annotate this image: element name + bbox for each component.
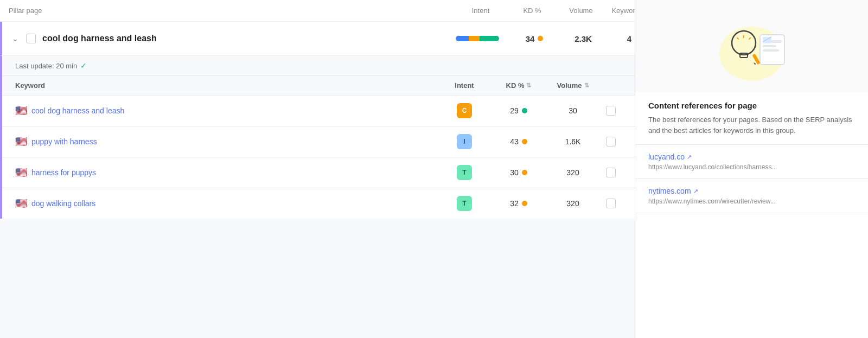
keyword-intent-cell: T	[437, 165, 492, 180]
sub-table-wrapper: Last update: 20 min ✓ Keyword Intent KD …	[0, 56, 635, 219]
main-panel: Pillar page Intent KD % Volume Keywords …	[0, 0, 635, 338]
pillar-kd-value: 34	[526, 34, 535, 43]
pillar-kd-cell: 34	[510, 34, 559, 43]
kd-dot	[522, 139, 527, 144]
intent-column-header: Intent	[454, 7, 508, 15]
pillar-row: ⌄ cool dog harness and leash 34 2.3K 4	[0, 22, 635, 56]
table-row: 🇺🇸 harness for puppys T 30 320	[2, 157, 635, 188]
sidebar-content: Content references for page The best ref…	[635, 92, 868, 145]
pillar-title: cool dog harness and leash	[42, 34, 157, 43]
check-icon: ✓	[80, 61, 87, 70]
external-link-icon: ↗	[687, 154, 692, 161]
keyword-volume-cell: 320	[546, 199, 600, 208]
table-row: 🇺🇸 puppy with harness I 43 1.6K	[2, 126, 635, 157]
kd-filter-icon[interactable]: ⇅	[526, 82, 531, 89]
svg-rect-9	[763, 45, 776, 47]
intent-seg-yellow	[469, 36, 480, 41]
row-checkbox[interactable]	[606, 137, 616, 146]
kd-value: 30	[510, 168, 519, 177]
keyword-intent-cell: C	[437, 103, 492, 118]
flag-icon: 🇺🇸	[15, 167, 27, 178]
reference-url: https://www.nytimes.com/wirecutter/revie…	[648, 197, 855, 205]
keyword-kd-cell: 43	[492, 137, 546, 146]
domain-text: lucyand.co	[648, 152, 685, 161]
keyword-name-cell: 🇺🇸 puppy with harness	[15, 136, 437, 148]
keyword-volume-cell: 30	[546, 106, 600, 115]
last-update-text: Last update: 20 min	[15, 62, 77, 70]
keyword-kd-cell: 29	[492, 106, 546, 115]
volume-column-header: Volume	[557, 7, 605, 15]
keyword-link[interactable]: cool dog harness and leash	[31, 106, 124, 115]
flag-icon: 🇺🇸	[15, 105, 27, 117]
sidebar-references: lucyand.co ↗ https://www.lucyand.co/coll…	[635, 145, 868, 213]
header-cols: Pillar page Intent KD % Volume Keywords	[9, 7, 622, 15]
external-link-icon: ↗	[693, 188, 698, 195]
reference-domain[interactable]: lucyand.co ↗	[648, 152, 855, 161]
intent-seg-blue	[456, 36, 469, 41]
keyword-action-cell	[600, 199, 622, 208]
keyword-kd-cell: 32	[492, 199, 546, 208]
last-update-bar: Last update: 20 min ✓	[2, 56, 635, 76]
sidebar-title: Content references for page	[648, 101, 855, 110]
sidebar-description: The best references for your pages. Base…	[648, 114, 855, 136]
pillar-column-header: Pillar page	[9, 7, 454, 15]
table-row: 🇺🇸 dog walking collars T 32 320	[2, 188, 635, 219]
keyword-name-cell: 🇺🇸 cool dog harness and leash	[15, 105, 437, 117]
kd-dot	[522, 108, 527, 113]
keyword-action-cell	[600, 137, 622, 146]
keyword-name-cell: 🇺🇸 dog walking collars	[15, 197, 437, 209]
intent-seg-green	[480, 36, 499, 41]
kd-column-header: KD %	[508, 7, 557, 15]
keyword-rows-container: 🇺🇸 cool dog harness and leash C 29 30 🇺🇸…	[2, 95, 635, 219]
kd-value: 43	[510, 137, 519, 146]
expand-chevron[interactable]: ⌄	[11, 33, 20, 44]
svg-line-5	[737, 38, 738, 39]
sub-table-header: Keyword Intent KD % ⇅ Volume ⇅	[2, 76, 635, 95]
volume-filter-icon[interactable]: ⇅	[584, 82, 589, 89]
keyword-name-cell: 🇺🇸 harness for puppys	[15, 167, 437, 178]
header-row: Pillar page Intent KD % Volume Keywords	[0, 0, 635, 22]
row-checkbox[interactable]	[606, 199, 616, 208]
keyword-kd-cell: 30	[492, 168, 546, 177]
keyword-intent-cell: T	[437, 196, 492, 211]
sub-keyword-header: Keyword	[15, 81, 437, 90]
page-wrapper: Pillar page Intent KD % Volume Keywords …	[0, 0, 868, 338]
table-row: 🇺🇸 cool dog harness and leash C 29 30	[2, 95, 635, 126]
pillar-keywords-value: 4	[627, 34, 631, 43]
intent-bar-visual	[456, 36, 499, 41]
reference-domain[interactable]: nytimes.com ↗	[648, 187, 855, 195]
row-checkbox[interactable]	[606, 106, 616, 116]
sub-intent-label: Intent	[455, 81, 474, 90]
pillar-left: ⌄ cool dog harness and leash	[11, 33, 456, 44]
svg-line-6	[749, 38, 750, 39]
intent-badge: T	[457, 165, 472, 180]
svg-rect-10	[763, 49, 779, 52]
keyword-link[interactable]: harness for puppys	[31, 168, 96, 177]
reference-item: nytimes.com ↗ https://www.nytimes.com/wi…	[635, 179, 868, 213]
keyword-link[interactable]: puppy with harness	[31, 137, 97, 146]
flag-icon: 🇺🇸	[15, 136, 27, 148]
pillar-intent-bar	[456, 36, 510, 41]
kd-dot	[522, 170, 527, 175]
kd-dot	[522, 201, 527, 206]
sub-volume-label: Volume	[557, 81, 582, 90]
sub-intent-header: Intent	[437, 81, 492, 90]
right-sidebar: Content references for page The best ref…	[635, 0, 868, 338]
keyword-volume-cell: 320	[546, 168, 600, 177]
keyword-volume-cell: 1.6K	[546, 137, 600, 146]
sub-volume-header: Volume ⇅	[546, 81, 600, 90]
pillar-checkbox[interactable]	[26, 34, 36, 43]
content-illustration	[709, 13, 795, 84]
intent-badge: C	[457, 103, 472, 118]
keyword-link[interactable]: dog walking collars	[31, 199, 95, 208]
reference-url: https://www.lucyand.co/collections/harne…	[648, 163, 855, 171]
kd-value: 29	[510, 106, 519, 115]
pillar-volume-value: 2.3K	[575, 34, 592, 43]
sub-kd-header: KD % ⇅	[492, 81, 546, 90]
keyword-intent-cell: I	[437, 134, 492, 149]
kd-value: 32	[510, 199, 519, 208]
pillar-kd-dot	[538, 36, 543, 41]
keyword-action-cell	[600, 106, 622, 116]
reference-item: lucyand.co ↗ https://www.lucyand.co/coll…	[635, 145, 868, 179]
row-checkbox[interactable]	[606, 168, 616, 177]
